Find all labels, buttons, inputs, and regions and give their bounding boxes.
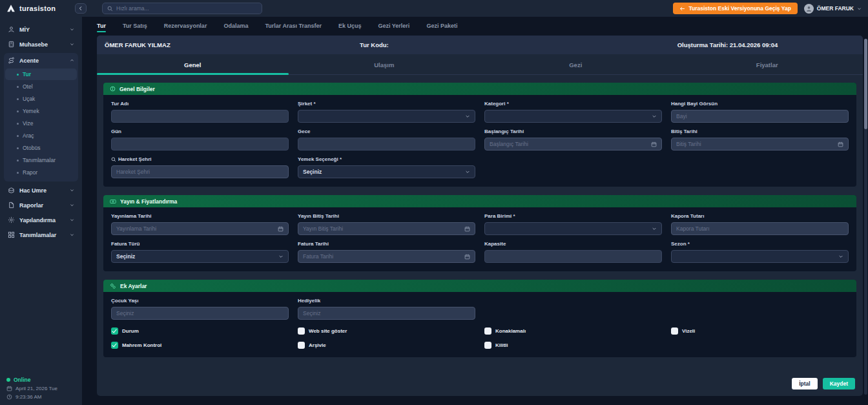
- money-icon: [110, 198, 116, 205]
- checkbox-arsivle[interactable]: Arşivle: [298, 342, 475, 349]
- checkbox-durum[interactable]: Durum: [111, 327, 289, 335]
- kapora-tutari-input[interactable]: [676, 225, 843, 232]
- global-search[interactable]: [102, 3, 262, 14]
- calendar-icon[interactable]: [464, 226, 470, 232]
- sidebar-subitem-tur[interactable]: Tur: [5, 68, 77, 80]
- sidebar-subitem-otel[interactable]: Otel: [5, 81, 77, 92]
- settings-icon: [110, 283, 116, 289]
- sidebar-subitem-yemek[interactable]: Yemek: [5, 105, 77, 117]
- tab-odalama[interactable]: Odalama: [223, 23, 248, 29]
- sidebar-item-yapilandirma[interactable]: Yapılandırma: [4, 213, 78, 227]
- tur-adi-input[interactable]: [116, 113, 284, 119]
- online-status: Online: [14, 377, 30, 383]
- arrow-left-icon: [679, 6, 685, 12]
- chevron-down-icon: [465, 169, 470, 174]
- sidebar-subitem-otobus[interactable]: Otobüs: [5, 142, 77, 154]
- yemek-secenegi-select[interactable]: Seçiniz: [298, 165, 475, 178]
- hediyelik-input[interactable]: [303, 310, 470, 317]
- step-genel[interactable]: Genel: [97, 54, 289, 74]
- status-date: April 21, 2026 Tue: [16, 386, 57, 391]
- cancel-button[interactable]: İptal: [792, 378, 817, 389]
- checkbox-mahrem-kontrol[interactable]: Mahrem Kontrol: [111, 342, 289, 349]
- logo-text: turasiston: [19, 5, 56, 12]
- tur-form-card: ÖMER FARUK YILMAZ Tur Kodu: Oluşturma Ta…: [97, 36, 863, 396]
- checkbox-web-site-goster[interactable]: Web site göster: [298, 327, 475, 335]
- tab-ek-ucus[interactable]: Ek Uçuş: [338, 23, 362, 29]
- bullet-icon: [17, 160, 19, 161]
- kapasite-input[interactable]: [490, 253, 657, 260]
- report-icon: [8, 202, 15, 209]
- kategori-select[interactable]: [484, 110, 662, 123]
- bullet-icon: [17, 147, 19, 149]
- calendar-icon[interactable]: [838, 141, 843, 147]
- checkbox-konaklamali[interactable]: Konaklamalı: [484, 327, 662, 335]
- info-icon: [110, 86, 116, 92]
- sezon-select[interactable]: [671, 250, 849, 263]
- sidebar-subitem-ucak[interactable]: Uçak: [5, 93, 77, 105]
- sidebar-item-muhasebe[interactable]: Muhasebe: [4, 37, 78, 52]
- checkbox-icon: [111, 342, 118, 349]
- created-date: Oluşturma Tarihi: 21.04.2026 09:04: [600, 41, 855, 48]
- calendar-icon[interactable]: [464, 254, 470, 260]
- bullet-icon: [17, 172, 19, 174]
- fatura-turu-select[interactable]: Seçiniz: [111, 250, 289, 263]
- chevron-down-icon: [652, 226, 657, 231]
- gun-input[interactable]: [116, 141, 284, 147]
- checkbox-icon: [484, 327, 491, 335]
- scrollbar-thumb[interactable]: [864, 39, 867, 129]
- sidebar-subitem-arac[interactable]: Araç: [5, 130, 77, 141]
- sidebar-collapse-button[interactable]: [75, 3, 87, 14]
- checkbox-vizeli[interactable]: Vizeli: [671, 327, 849, 335]
- sidebar-item-raporlar[interactable]: Raporlar: [4, 198, 78, 213]
- topbar: turasiston Turasiston Eski Versiyonuna G…: [0, 0, 868, 17]
- tab-rezervasyonlar[interactable]: Rezervasyonlar: [164, 23, 207, 29]
- step-fiyatlar[interactable]: Fiyatlar: [672, 54, 863, 74]
- tab-tur-satis[interactable]: Tur Satış: [123, 23, 147, 29]
- chevron-down-icon: [70, 233, 74, 237]
- sidebar-item-miy[interactable]: MİY: [4, 22, 78, 37]
- sidebar-subitem-tanimlamalar[interactable]: Tanımlamalar: [5, 154, 77, 166]
- sidebar-subitem-vize[interactable]: Vize: [5, 118, 77, 129]
- form-steps: Genel Ulaşım Gezi Fiyatlar: [97, 54, 863, 75]
- sidebar-item-tanimlamalar[interactable]: Tanımlamalar: [4, 227, 78, 242]
- legacy-version-button[interactable]: Turasiston Eski Versiyonuna Geçiş Yap: [673, 3, 797, 14]
- step-ulasim[interactable]: Ulaşım: [289, 54, 480, 74]
- step-gezi[interactable]: Gezi: [480, 54, 672, 74]
- tab-turlar-arasi-transfer[interactable]: Turlar Arası Transfer: [265, 23, 322, 29]
- vertical-scrollbar[interactable]: [864, 39, 867, 395]
- bitis-tarihi-input[interactable]: [676, 141, 834, 147]
- bayi-input[interactable]: [676, 113, 843, 119]
- gece-input[interactable]: [303, 141, 470, 147]
- sidebar-item-acente[interactable]: Acente: [4, 53, 78, 68]
- hareket-sehri-input[interactable]: [116, 169, 284, 175]
- search-icon: [111, 157, 116, 162]
- bullet-icon: [17, 98, 19, 100]
- yayin-bitis-tarihi-input[interactable]: [303, 225, 460, 232]
- section-title: Genel Bilgiler: [119, 86, 155, 92]
- checkbox-icon: [671, 327, 678, 335]
- calendar-icon[interactable]: [651, 141, 657, 147]
- main-content: Tur Tur Satış Rezervasyonlar Odalama Tur…: [82, 17, 868, 405]
- form-footer: İptal Kaydet: [97, 372, 863, 396]
- cocuk-yasi-input[interactable]: [116, 310, 284, 317]
- search-input[interactable]: [116, 5, 257, 12]
- sirket-select[interactable]: [298, 110, 475, 123]
- save-button[interactable]: Kaydet: [823, 378, 855, 389]
- tab-tur[interactable]: Tur: [97, 23, 106, 32]
- calculator-icon: [8, 41, 15, 48]
- chevron-up-icon: [70, 58, 74, 63]
- para-birimi-select[interactable]: [484, 222, 662, 235]
- calendar-icon[interactable]: [278, 226, 284, 232]
- checkbox-kilitli[interactable]: Kilitli: [484, 342, 662, 349]
- user-menu[interactable]: ÖMER FARUK: [804, 4, 862, 14]
- status-time: 9:23:36 AM: [16, 394, 41, 400]
- fatura-tarihi-input[interactable]: [303, 253, 460, 260]
- tab-gezi-paketi[interactable]: Gezi Paketi: [426, 23, 457, 29]
- user-name: ÖMER FARUK: [817, 5, 854, 12]
- baslangic-tarihi-input[interactable]: [490, 141, 647, 147]
- yayinlama-tarihi-input[interactable]: [116, 225, 274, 232]
- grid-icon: [8, 231, 15, 238]
- sidebar-item-hac-umre[interactable]: Hac Umre: [4, 183, 78, 198]
- tab-gezi-yerleri[interactable]: Gezi Yerleri: [378, 23, 410, 29]
- sidebar-subitem-rapor[interactable]: Rapor: [5, 167, 77, 178]
